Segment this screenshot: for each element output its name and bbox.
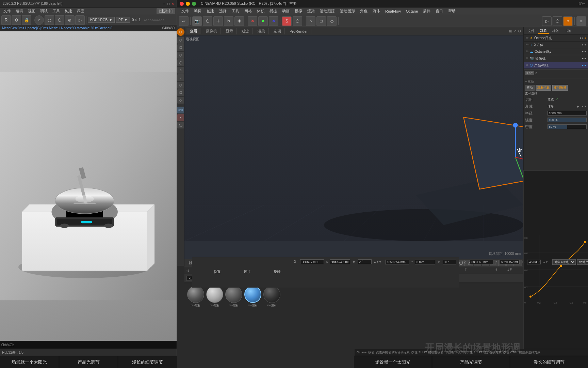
menu-volume-c4d[interactable]: 体积 [255, 8, 267, 14]
obj-product[interactable]: 👁 ⬡ 产品-v8.1 ● ● [524, 62, 588, 69]
left-close[interactable]: × [172, 2, 174, 6]
menu-realflow-c4d[interactable]: RealFlow [383, 9, 403, 14]
obj-octane-sun[interactable]: 👁 ☀ Octane日光 ● ● ● [524, 35, 588, 42]
hdr-select[interactable]: HDR/sRGB ▼ [88, 17, 115, 23]
menu-edit-left[interactable]: 编辑 [14, 8, 25, 14]
icon-11[interactable]: ◯ [177, 122, 184, 128]
obj-camera[interactable]: 👁 📷 摄像机 ● ● [524, 55, 588, 62]
tool-x[interactable]: ✕ [248, 16, 257, 26]
obj-render-3[interactable]: ● [584, 50, 586, 53]
icon-9[interactable]: ◇ [177, 97, 184, 104]
menu-mograph-c4d[interactable]: 运动图形 [338, 8, 357, 14]
menu-plugin-c4d[interactable]: 插件 [421, 8, 433, 14]
obj-dot-1[interactable]: ● [584, 36, 586, 40]
tool-undo[interactable]: ↩ [179, 16, 189, 26]
obj-octanesky[interactable]: 👁 ☁ OctaneSky ● ● [524, 48, 588, 55]
size-x[interactable] [330, 259, 350, 264]
intensity-bar[interactable]: 100 % [548, 118, 587, 122]
obj-render-1[interactable]: ● [582, 36, 584, 40]
icon-3[interactable]: ⬡ [177, 52, 184, 59]
icon-8[interactable]: ☐ [177, 89, 184, 96]
menu-file-left[interactable]: 文件 [1, 8, 13, 14]
abs-size-select[interactable]: 绝对尺寸 [577, 259, 588, 265]
tool-circle[interactable]: ○ [306, 16, 315, 26]
icon-10[interactable]: ● [177, 114, 184, 121]
vp-icon-fit[interactable]: ⊞ [509, 29, 512, 33]
pos-y[interactable] [385, 260, 409, 264]
footer-detail[interactable]: 漫长的细节调节 [510, 356, 588, 368]
menu-window-c4d[interactable]: 窗口 [433, 8, 445, 14]
rot-x-arrows[interactable]: ▲▼ [374, 260, 379, 263]
right-panel-btn[interactable]: ≡ [576, 16, 586, 26]
obj-vis-2[interactable]: ● [582, 43, 584, 46]
rot-y-arrows[interactable]: ▲▼ [458, 261, 464, 264]
tool-octane[interactable]: O [563, 16, 573, 26]
toolbar-hex[interactable]: ⬡ [55, 15, 64, 25]
obj-cube[interactable]: 👁 □ 立方体 ● ● [524, 42, 588, 48]
toolbar-target[interactable]: ◎ [45, 15, 54, 25]
max-dot[interactable] [192, 2, 196, 6]
c4d-expand[interactable]: 展开 [578, 2, 585, 5]
btn-softsel[interactable]: 柔和选择 [552, 85, 568, 91]
lf-item-1[interactable]: 场景就一个太阳光 [0, 356, 59, 368]
vp-tab-prorender[interactable]: ProRender [286, 29, 311, 34]
rot-z-arrows[interactable]: ▲▼ [543, 261, 548, 264]
menu-select-c4d[interactable]: 选择 [217, 8, 229, 14]
tool-camera[interactable]: 📷 [192, 16, 202, 26]
btn-move[interactable]: 移动 [525, 85, 535, 91]
tool-s[interactable]: S [282, 16, 292, 26]
icon-7[interactable]: ⬡ [177, 82, 184, 89]
menu-build-left[interactable]: 构建 [63, 8, 74, 14]
tool-z[interactable]: ✕ [269, 16, 278, 26]
octane-sphere-icon[interactable]: O [177, 28, 184, 36]
vp-icon-settings[interactable]: ⚙ [518, 29, 521, 33]
tool-render-region[interactable]: ▷ [542, 16, 552, 26]
vp-tab-filter[interactable]: 过滤 [238, 28, 253, 34]
menu-tools-left[interactable]: 工具 [50, 8, 62, 14]
toolbar-lock[interactable]: 🔒 [22, 15, 31, 25]
obj-render-4[interactable]: ● [584, 57, 586, 60]
toolbar-crosshair[interactable]: ⊕ [65, 15, 75, 25]
tool-move[interactable]: ✛ [213, 16, 223, 26]
menu-sim-c4d[interactable]: 模拟 [292, 8, 305, 14]
icon-5[interactable]: S [177, 67, 184, 74]
vp-tab-display[interactable]: 显示 [222, 28, 237, 34]
menu-view-left[interactable]: 视图 [26, 8, 37, 14]
pt-select[interactable]: PT ▼ [116, 17, 130, 23]
obj-vis-3[interactable]: ● [582, 50, 584, 53]
rot-y[interactable] [443, 260, 456, 264]
menu-edit-c4d[interactable]: 编辑 [192, 8, 204, 14]
density-bar[interactable]: 50 % [548, 124, 587, 129]
icon-1[interactable]: ⬡ [177, 37, 184, 44]
radius-input[interactable]: 1000 mm [548, 111, 587, 116]
pos-z[interactable] [470, 260, 493, 264]
obj-vis-4[interactable]: ● [582, 57, 584, 60]
left-maximize[interactable]: □ [167, 2, 170, 6]
menu-octane-c4d[interactable]: Octane [404, 9, 420, 14]
left-minimize[interactable]: − [163, 2, 165, 6]
mat-3[interactable]: Oct渲材 [225, 286, 242, 307]
menu-help-c4d[interactable]: 帮助 [446, 8, 458, 14]
menu-snap-c4d[interactable]: 捕捉 [267, 8, 279, 14]
menu-char-c4d[interactable]: 角色 [358, 8, 370, 14]
obj-render-2[interactable]: ● [584, 43, 586, 46]
tool-rotate[interactable]: ↻ [224, 16, 233, 26]
menu-ui-left[interactable]: 界面 [75, 8, 86, 14]
vp-tab-view[interactable]: 查看 [186, 28, 201, 34]
icon-hdr[interactable]: HDR [177, 107, 184, 113]
footer-product[interactable]: 产品光调节 [432, 356, 510, 368]
lf-item-2[interactable]: 产品光调节 [59, 356, 118, 368]
toolbar-settings[interactable]: ⚙ [12, 15, 21, 25]
pos-x[interactable] [300, 259, 324, 264]
menu-mesh-c4d[interactable]: 网格 [242, 8, 254, 14]
size-y[interactable] [415, 260, 435, 264]
vp-3d-content[interactable]: Ir 网格间距: 10000 mm [184, 35, 523, 259]
obj-coord-select[interactable]: 对象 (相对) [552, 259, 576, 265]
rot-x[interactable] [358, 259, 372, 264]
menu-debug-left[interactable]: 调试 [38, 8, 50, 14]
obj-tab-file[interactable]: 文件 [526, 28, 537, 34]
lf-item-3[interactable]: 漫长的细节调节 [118, 356, 177, 368]
menu-anim-c4d[interactable]: 动画 [280, 8, 292, 14]
obj-render-5[interactable]: ● [584, 64, 586, 67]
vp-icon-expand[interactable]: ↗ [513, 29, 517, 33]
